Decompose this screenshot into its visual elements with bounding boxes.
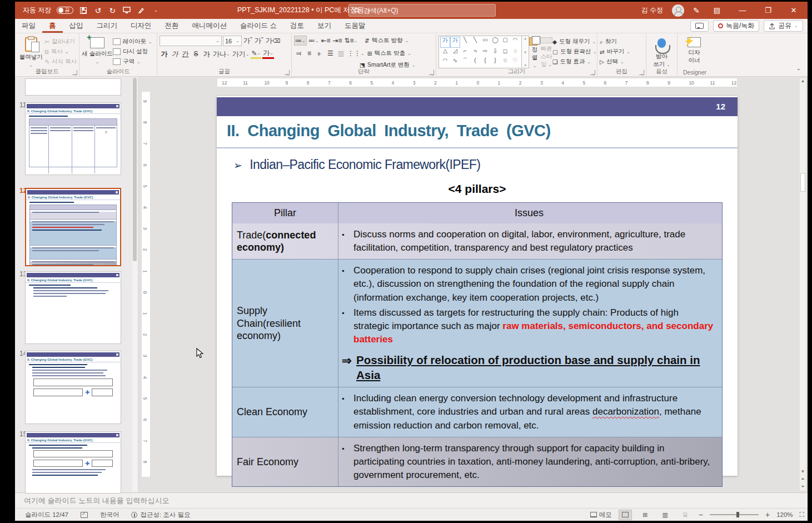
underline-button[interactable]: 간 (181, 49, 190, 59)
zoom-level[interactable]: 120% (776, 511, 793, 518)
scroll-up-icon[interactable]: ▲ (800, 78, 806, 83)
ink-pen-icon[interactable]: ✎ (693, 6, 700, 15)
align-text-button[interactable]: ⊞ 텍스트 맞춤 ⌄ (367, 49, 411, 57)
normal-view-button[interactable] (619, 510, 632, 520)
minimize-button[interactable]: — (734, 2, 751, 19)
reading-view-button[interactable]: ▥ (659, 510, 672, 520)
section-button[interactable]: 구역 ⌄ (113, 58, 152, 66)
cut-button[interactable]: ✂ 잘라내기 (44, 38, 77, 46)
tab-transitions[interactable]: 전환 (158, 19, 186, 33)
tab-review[interactable]: 검토 (283, 19, 311, 33)
copy-button[interactable]: ⧉ 복사 ⌄ (44, 48, 77, 56)
table-row[interactable]: Trade(connected economy)▪Discuss norms a… (232, 223, 722, 259)
paste-button[interactable]: 붙여넣기 ⌄ (17, 36, 44, 68)
accessibility-button[interactable]: 접근성: 조사 필요 (131, 511, 190, 519)
header-pillar-cell[interactable]: Pillar (232, 203, 338, 223)
columns-button[interactable]: ▥ (336, 48, 346, 58)
tab-insert[interactable]: 삽입 (63, 19, 90, 33)
search-box[interactable] (348, 4, 496, 17)
scroll-thumb[interactable] (800, 173, 805, 192)
replace-button[interactable]: ⇄ 바꾸기 ⌄ (600, 48, 630, 56)
thumbnail-scrollbar[interactable] (132, 78, 137, 491)
thumbnail-slide-10-partial[interactable] (25, 78, 121, 96)
zoom-slider[interactable] (710, 514, 759, 515)
table-row[interactable]: Supply Chain(resilient economy)▪Cooperat… (232, 259, 722, 387)
table-caption[interactable]: <4 pillars> (232, 182, 723, 196)
search-input[interactable] (363, 7, 491, 14)
shape-fill-button[interactable]: ◆ 도형 채우기 ⌄ (552, 38, 597, 46)
autosave-toggle[interactable]: 끔 (57, 7, 73, 14)
dictate-button[interactable]: 받아쓰기 ⌄ (649, 36, 675, 68)
shape-outline-button[interactable]: ▢ 도형 윤곽선 ⌄ (552, 48, 597, 56)
thumbnail-slide-14[interactable]: II. Changing Global Industry, Trade (GVC… (25, 351, 121, 424)
next-slide-button[interactable]: ⏷ (800, 484, 806, 490)
change-case-button[interactable]: 가기⌄ (232, 49, 250, 59)
scroll-down-icon[interactable]: ▼ (800, 469, 806, 474)
save-button[interactable] (79, 6, 88, 15)
tab-slideshow[interactable]: 슬라이드 쇼 (233, 19, 283, 33)
qat-customize-button[interactable]: ⌄ (151, 6, 160, 15)
undo-button[interactable]: ↺ (93, 6, 102, 15)
new-slide-button[interactable]: 새 슬라이드 ⌄ (82, 36, 113, 68)
comments-button[interactable] (690, 20, 709, 32)
ribbon-display-options-button[interactable]: ▤ (709, 2, 725, 19)
tab-view[interactable]: 보기 (311, 19, 338, 33)
strikethrough-button[interactable]: S (191, 49, 201, 59)
tab-draw[interactable]: 그리기 (90, 19, 124, 33)
maximize-button[interactable]: ❐ (760, 2, 776, 19)
thumbnail-slide-13[interactable]: II. Changing Global Industry, Trade (GVC… (25, 271, 121, 344)
slide-header-bar[interactable]: 12 (217, 97, 738, 116)
editing-dialog-launcher[interactable] (639, 70, 644, 75)
pillar-cell[interactable]: Trade(connected economy) (232, 223, 338, 259)
slide-canvas[interactable]: 12 II. Changing Global Industry, Trade (… (217, 96, 738, 476)
increase-indent-button[interactable]: ⇥≡ (332, 36, 342, 46)
pillar-cell[interactable]: Fair Economy (232, 437, 338, 486)
zoom-in-button[interactable]: + (765, 510, 770, 519)
notes-pane[interactable]: 여기에 슬라이드 노트의 내용을 입력하십시오 (15, 492, 808, 508)
record-button[interactable]: 녹음/녹화 (713, 20, 759, 32)
slide-scrollbar[interactable]: ▲ ▼ ⏶ ⏷ (800, 78, 806, 491)
tab-help[interactable]: 도움말 (338, 19, 372, 33)
justify-button[interactable]: ☰ (326, 48, 335, 58)
table-header-row[interactable]: Pillar Issues (232, 203, 722, 223)
share-button[interactable]: 공유 ⌄ (764, 20, 803, 32)
numbering-button[interactable]: ≕⌄ (308, 36, 320, 46)
shape-effects-button[interactable]: ❏ 도형 효과 ⌄ (552, 58, 597, 66)
zoom-out-button[interactable]: − (699, 510, 703, 519)
increase-font-button[interactable]: 가ˆ (243, 36, 253, 46)
highlight-color-button[interactable]: ✎⌄ (251, 49, 261, 59)
align-center-button[interactable]: ≡ (305, 48, 314, 58)
format-painter-quick-button[interactable] (137, 6, 146, 15)
reset-button[interactable]: 다시 설정 (113, 48, 152, 56)
clipboard-dialog-launcher[interactable] (72, 70, 77, 75)
issues-cell[interactable]: ▪Strengthen long-term transparency throu… (338, 437, 722, 486)
decrease-indent-button[interactable]: ⇤≡ (320, 36, 331, 46)
notes-toggle-button[interactable]: 메모 (590, 511, 612, 519)
pillar-cell[interactable]: Clean Economy (232, 387, 338, 436)
tab-file[interactable]: 파일 (15, 19, 42, 33)
font-dialog-launcher[interactable] (285, 70, 290, 75)
font-size-select[interactable]: 16⌄ (223, 36, 242, 46)
slide-title[interactable]: II. Changing Global Industry, Trade (GVC… (227, 122, 727, 140)
slide-sorter-view-button[interactable]: ⊞ (639, 510, 652, 520)
clear-formatting-button[interactable]: 가⌫ (265, 36, 281, 46)
bold-button[interactable]: 가 (160, 49, 169, 59)
thumbnail-slide-11[interactable]: II. Changing Global Industry, Trade (GVC… (25, 102, 121, 175)
select-button[interactable]: ▷ 선택 ⌄ (600, 58, 630, 66)
slide-bullet-line[interactable]: ➢Indian–Pacific Economic Framework(IPEF) (233, 157, 480, 172)
pillar-cell[interactable]: Supply Chain(resilient economy) (232, 260, 338, 387)
font-color-button[interactable]: 가⌄ (262, 49, 274, 59)
text-shadow-button[interactable]: 가 (202, 49, 211, 59)
spell-check-icon[interactable] (81, 512, 88, 518)
distribute-button[interactable]: ⋮⋮⌄ (347, 48, 365, 58)
issues-cell[interactable]: ▪Discuss norms and cooperation on digita… (338, 223, 722, 259)
find-button[interactable]: ⌕ 찾기 (600, 38, 630, 46)
format-painter-button[interactable]: ✎ 서식 복사 (44, 58, 77, 66)
slideshow-from-start-button[interactable] (122, 6, 131, 15)
character-spacing-button[interactable]: 가나⌄ (212, 49, 231, 59)
table-row[interactable]: Fair Economy▪Strengthen long-term transp… (232, 437, 722, 486)
thumbnail-slide-15[interactable]: II. Changing Global Industry, Trade (GVC… (25, 431, 121, 494)
tab-design[interactable]: 디자인 (124, 19, 158, 33)
arrange-button[interactable]: 정렬 ⌄ (529, 36, 540, 68)
shapes-gallery-scroll[interactable]: ∧∨≡ (522, 36, 529, 68)
